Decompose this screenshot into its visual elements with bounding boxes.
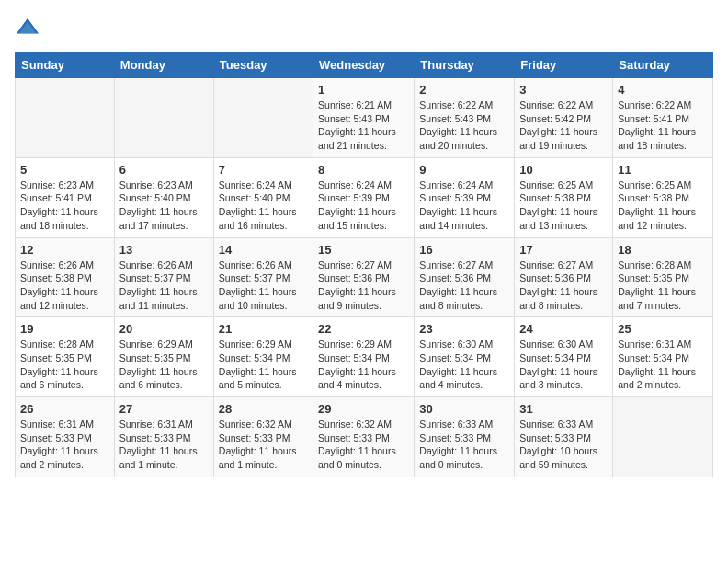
- day-info: Sunrise: 6:31 AMSunset: 5:33 PMDaylight:…: [119, 418, 209, 472]
- calendar-cell: 26Sunrise: 6:31 AMSunset: 5:33 PMDayligh…: [16, 397, 115, 477]
- day-number: 3: [519, 83, 608, 97]
- day-info: Sunrise: 6:25 AMSunset: 5:38 PMDaylight:…: [618, 178, 708, 233]
- calendar-cell: [213, 78, 313, 158]
- weekday-header-wednesday: Wednesday: [313, 52, 415, 78]
- calendar-cell: 25Sunrise: 6:31 AMSunset: 5:34 PMDayligh…: [613, 317, 713, 397]
- calendar-cell: 15Sunrise: 6:27 AMSunset: 5:36 PMDayligh…: [313, 237, 415, 317]
- day-number: 15: [318, 243, 409, 257]
- day-info: Sunrise: 6:26 AMSunset: 5:37 PMDaylight:…: [119, 259, 209, 313]
- calendar-cell: [114, 78, 213, 158]
- day-info: Sunrise: 6:30 AMSunset: 5:34 PMDaylight:…: [519, 338, 608, 392]
- day-info: Sunrise: 6:33 AMSunset: 5:33 PMDaylight:…: [419, 418, 509, 472]
- logo-icon: [15, 15, 40, 40]
- day-number: 1: [318, 83, 409, 97]
- day-number: 20: [119, 322, 209, 336]
- day-info: Sunrise: 6:33 AMSunset: 5:33 PMDaylight:…: [519, 418, 608, 472]
- day-info: Sunrise: 6:28 AMSunset: 5:35 PMDaylight:…: [618, 259, 708, 313]
- day-info: Sunrise: 6:27 AMSunset: 5:36 PMDaylight:…: [519, 259, 608, 313]
- day-info: Sunrise: 6:30 AMSunset: 5:34 PMDaylight:…: [419, 338, 509, 392]
- day-number: 5: [20, 163, 109, 177]
- day-info: Sunrise: 6:22 AMSunset: 5:42 PMDaylight:…: [519, 98, 608, 153]
- calendar-cell: 16Sunrise: 6:27 AMSunset: 5:36 PMDayligh…: [415, 237, 515, 317]
- day-info: Sunrise: 6:28 AMSunset: 5:35 PMDaylight:…: [20, 338, 109, 392]
- calendar-cell: 7Sunrise: 6:24 AMSunset: 5:40 PMDaylight…: [213, 157, 313, 237]
- day-info: Sunrise: 6:22 AMSunset: 5:43 PMDaylight:…: [419, 98, 509, 153]
- day-number: 7: [219, 163, 308, 177]
- calendar-cell: 9Sunrise: 6:24 AMSunset: 5:39 PMDaylight…: [415, 157, 515, 237]
- week-row-3: 12Sunrise: 6:26 AMSunset: 5:38 PMDayligh…: [16, 237, 713, 317]
- weekday-header-monday: Monday: [114, 52, 213, 78]
- day-number: 23: [419, 322, 509, 336]
- day-number: 24: [519, 322, 608, 336]
- day-number: 25: [618, 322, 708, 336]
- weekday-header-saturday: Saturday: [613, 52, 713, 78]
- calendar-cell: 23Sunrise: 6:30 AMSunset: 5:34 PMDayligh…: [415, 317, 515, 397]
- day-number: 29: [318, 402, 409, 416]
- day-number: 12: [20, 243, 109, 257]
- page-header: [15, 15, 713, 40]
- day-info: Sunrise: 6:25 AMSunset: 5:38 PMDaylight:…: [519, 178, 608, 233]
- day-info: Sunrise: 6:29 AMSunset: 5:35 PMDaylight:…: [119, 338, 209, 392]
- day-number: 8: [318, 163, 409, 177]
- weekday-header-row: SundayMondayTuesdayWednesdayThursdayFrid…: [16, 52, 713, 78]
- day-info: Sunrise: 6:32 AMSunset: 5:33 PMDaylight:…: [318, 418, 409, 472]
- day-number: 30: [419, 402, 509, 416]
- day-number: 4: [618, 83, 708, 97]
- day-number: 19: [20, 322, 109, 336]
- day-info: Sunrise: 6:32 AMSunset: 5:33 PMDaylight:…: [219, 418, 308, 472]
- week-row-1: 1Sunrise: 6:21 AMSunset: 5:43 PMDaylight…: [16, 78, 713, 158]
- week-row-5: 26Sunrise: 6:31 AMSunset: 5:33 PMDayligh…: [16, 397, 713, 477]
- calendar-cell: 27Sunrise: 6:31 AMSunset: 5:33 PMDayligh…: [114, 397, 213, 477]
- day-number: 27: [119, 402, 209, 416]
- day-info: Sunrise: 6:24 AMSunset: 5:40 PMDaylight:…: [219, 178, 308, 233]
- calendar-cell: [16, 78, 115, 158]
- day-number: 2: [419, 83, 509, 97]
- day-info: Sunrise: 6:27 AMSunset: 5:36 PMDaylight:…: [419, 259, 509, 313]
- week-row-2: 5Sunrise: 6:23 AMSunset: 5:41 PMDaylight…: [16, 157, 713, 237]
- weekday-header-sunday: Sunday: [16, 52, 115, 78]
- calendar-cell: 2Sunrise: 6:22 AMSunset: 5:43 PMDaylight…: [415, 78, 515, 158]
- calendar-table: SundayMondayTuesdayWednesdayThursdayFrid…: [15, 52, 713, 477]
- day-number: 9: [419, 163, 509, 177]
- day-info: Sunrise: 6:29 AMSunset: 5:34 PMDaylight:…: [318, 338, 409, 392]
- calendar-cell: 20Sunrise: 6:29 AMSunset: 5:35 PMDayligh…: [114, 317, 213, 397]
- calendar-cell: 14Sunrise: 6:26 AMSunset: 5:37 PMDayligh…: [213, 237, 313, 317]
- calendar-cell: 28Sunrise: 6:32 AMSunset: 5:33 PMDayligh…: [213, 397, 313, 477]
- day-number: 22: [318, 322, 409, 336]
- day-info: Sunrise: 6:29 AMSunset: 5:34 PMDaylight:…: [219, 338, 308, 392]
- calendar-cell: [613, 397, 713, 477]
- day-number: 11: [618, 163, 708, 177]
- day-info: Sunrise: 6:24 AMSunset: 5:39 PMDaylight:…: [318, 178, 409, 233]
- calendar-cell: 5Sunrise: 6:23 AMSunset: 5:41 PMDaylight…: [16, 157, 115, 237]
- day-number: 10: [519, 163, 608, 177]
- day-info: Sunrise: 6:26 AMSunset: 5:38 PMDaylight:…: [20, 259, 109, 313]
- day-info: Sunrise: 6:23 AMSunset: 5:40 PMDaylight:…: [119, 178, 209, 233]
- day-number: 26: [20, 402, 109, 416]
- calendar-cell: 29Sunrise: 6:32 AMSunset: 5:33 PMDayligh…: [313, 397, 415, 477]
- day-info: Sunrise: 6:27 AMSunset: 5:36 PMDaylight:…: [318, 259, 409, 313]
- calendar-cell: 1Sunrise: 6:21 AMSunset: 5:43 PMDaylight…: [313, 78, 415, 158]
- calendar-cell: 3Sunrise: 6:22 AMSunset: 5:42 PMDaylight…: [515, 78, 613, 158]
- day-info: Sunrise: 6:21 AMSunset: 5:43 PMDaylight:…: [318, 98, 409, 153]
- day-number: 6: [119, 163, 209, 177]
- calendar-cell: 22Sunrise: 6:29 AMSunset: 5:34 PMDayligh…: [313, 317, 415, 397]
- calendar-cell: 6Sunrise: 6:23 AMSunset: 5:40 PMDaylight…: [114, 157, 213, 237]
- calendar-cell: 11Sunrise: 6:25 AMSunset: 5:38 PMDayligh…: [613, 157, 713, 237]
- calendar-cell: 30Sunrise: 6:33 AMSunset: 5:33 PMDayligh…: [415, 397, 515, 477]
- day-number: 17: [519, 243, 608, 257]
- day-number: 31: [519, 402, 608, 416]
- weekday-header-tuesday: Tuesday: [213, 52, 313, 78]
- day-info: Sunrise: 6:22 AMSunset: 5:41 PMDaylight:…: [618, 98, 708, 153]
- day-number: 28: [219, 402, 308, 416]
- day-number: 13: [119, 243, 209, 257]
- weekday-header-thursday: Thursday: [415, 52, 515, 78]
- calendar-cell: 4Sunrise: 6:22 AMSunset: 5:41 PMDaylight…: [613, 78, 713, 158]
- logo: [15, 15, 44, 40]
- calendar-cell: 10Sunrise: 6:25 AMSunset: 5:38 PMDayligh…: [515, 157, 613, 237]
- day-info: Sunrise: 6:23 AMSunset: 5:41 PMDaylight:…: [20, 178, 109, 233]
- day-info: Sunrise: 6:26 AMSunset: 5:37 PMDaylight:…: [219, 259, 308, 313]
- day-number: 14: [219, 243, 308, 257]
- calendar-cell: 21Sunrise: 6:29 AMSunset: 5:34 PMDayligh…: [213, 317, 313, 397]
- weekday-header-friday: Friday: [515, 52, 613, 78]
- calendar-cell: 19Sunrise: 6:28 AMSunset: 5:35 PMDayligh…: [16, 317, 115, 397]
